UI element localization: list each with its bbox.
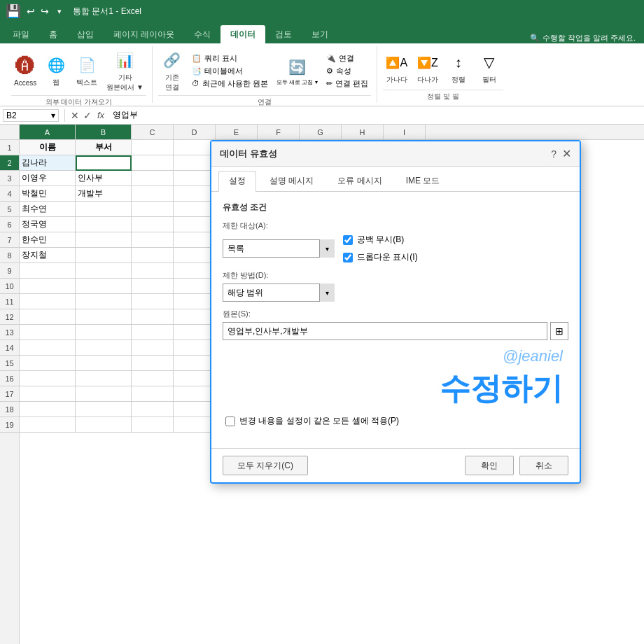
ignore-blank-checkbox[interactable]: [343, 235, 353, 245]
col-header-d[interactable]: D: [174, 125, 216, 139]
col-header-a[interactable]: A: [20, 125, 76, 139]
cell-c2[interactable]: [132, 155, 174, 171]
cell-a1[interactable]: 이름: [20, 140, 76, 155]
cell-b3[interactable]: 인사부: [76, 171, 132, 186]
dialog-tab-error-message[interactable]: 오류 메시지: [327, 171, 392, 191]
cell-d1[interactable]: [174, 140, 216, 155]
cell-a5[interactable]: 최수연: [20, 202, 76, 217]
redo-button[interactable]: ↪: [41, 6, 49, 17]
tab-insert[interactable]: 삽입: [67, 25, 104, 43]
recent-source-button[interactable]: ⏱ 최근에 사용한 원본: [189, 78, 271, 90]
limit-method-select[interactable]: 해당 범위: [223, 284, 335, 302]
cell-c6[interactable]: [132, 217, 174, 232]
cell-d5[interactable]: [174, 202, 216, 217]
row-num-7: 7: [0, 232, 19, 248]
col-header-g[interactable]: G: [300, 125, 342, 139]
dialog-close-icon[interactable]: ✕: [562, 147, 571, 160]
apply-all-checkbox[interactable]: [225, 416, 235, 426]
sort-za-button[interactable]: 🔽Z 다나가: [414, 50, 442, 86]
cell-a2[interactable]: 김나라: [20, 155, 76, 171]
query-display-button[interactable]: 📋 쿼리 표시: [189, 52, 271, 64]
dialog-question-icon[interactable]: ?: [551, 148, 556, 160]
cell-c5[interactable]: [132, 202, 174, 217]
row-num-17: 17: [0, 386, 19, 402]
dialog-tab-settings[interactable]: 설정: [218, 171, 256, 192]
tab-data[interactable]: 데이터: [220, 25, 265, 43]
cell-b1[interactable]: 부서: [76, 140, 132, 155]
col-header-h[interactable]: H: [342, 125, 384, 139]
cell-a6[interactable]: 정국영: [20, 217, 76, 232]
tab-formula[interactable]: 수식: [184, 25, 220, 43]
dialog-tab-ime[interactable]: IME 모드: [396, 171, 451, 191]
cell-b9[interactable]: [76, 263, 132, 279]
cell-d7[interactable]: [174, 232, 216, 248]
cell-d8[interactable]: [174, 248, 216, 263]
source-input[interactable]: [223, 322, 547, 340]
cell-c1[interactable]: [132, 140, 174, 155]
cell-b2[interactable]: [76, 155, 132, 171]
col-header-b[interactable]: B: [76, 125, 132, 139]
refresh-all-button[interactable]: 🔄 모두 새로 고침 ▾: [274, 55, 321, 88]
cell-a8[interactable]: 장지철: [20, 248, 76, 263]
tab-review[interactable]: 검토: [265, 25, 302, 43]
text-button[interactable]: 📄 텍스트: [73, 52, 101, 89]
properties-button[interactable]: ⚙ 속성: [323, 65, 371, 77]
cell-d9[interactable]: [174, 263, 216, 279]
filter-button[interactable]: ▽ 필터: [475, 50, 503, 86]
access-button[interactable]: 🅐 Access: [11, 54, 39, 88]
cell-c7[interactable]: [132, 232, 174, 248]
cell-d6[interactable]: [174, 217, 216, 232]
cell-b5[interactable]: [76, 202, 132, 217]
formula-input[interactable]: [110, 111, 641, 120]
cell-c4[interactable]: [132, 186, 174, 202]
cell-b4[interactable]: 개발부: [76, 186, 132, 202]
sort-az-button[interactable]: 🔼A 가나다: [383, 50, 411, 86]
cell-a3[interactable]: 이영우: [20, 171, 76, 186]
col-header-e[interactable]: E: [216, 125, 258, 139]
cell-c9[interactable]: [132, 263, 174, 279]
confirm-formula-icon[interactable]: ✓: [83, 110, 92, 121]
col-header-f[interactable]: F: [258, 125, 300, 139]
cancel-formula-icon[interactable]: ✕: [71, 110, 79, 121]
cell-b7[interactable]: [76, 232, 132, 248]
sort-button[interactable]: ↕ 정렬: [444, 50, 472, 86]
tab-home[interactable]: 홈: [39, 25, 67, 43]
col-header-c[interactable]: C: [132, 125, 174, 139]
cell-d2[interactable]: [174, 155, 216, 171]
search-bar[interactable]: 🔍 수행할 작업을 알려 주세요.: [524, 33, 641, 43]
cell-c8[interactable]: [132, 248, 174, 263]
cancel-button[interactable]: 취소: [519, 456, 568, 475]
clear-all-button[interactable]: 모두 지우기(C): [223, 456, 308, 475]
limit-method-label: 제한 방법(D):: [223, 270, 568, 281]
sort-az-icon: 🔼A: [386, 51, 408, 74]
cell-b6[interactable]: [76, 217, 132, 232]
tab-file[interactable]: 파일: [3, 25, 39, 43]
cell-reference[interactable]: B2 ▾: [3, 109, 59, 122]
cell-d4[interactable]: [174, 186, 216, 202]
cell-d3[interactable]: [174, 171, 216, 186]
edit-links-button[interactable]: ✏ 연결 편집: [323, 78, 371, 90]
row-num-2[interactable]: 2: [0, 155, 19, 171]
web-button[interactable]: 🌐 웹: [42, 52, 70, 89]
from-table-icon: 📑: [192, 66, 202, 76]
cell-a4[interactable]: 박철민: [20, 186, 76, 202]
cell-a9[interactable]: [20, 263, 76, 279]
tab-page-layout[interactable]: 페이지 레이아웃: [104, 25, 184, 43]
col-header-i[interactable]: I: [384, 125, 426, 139]
limit-target-select[interactable]: 목록: [223, 239, 335, 258]
cell-b8[interactable]: [76, 248, 132, 263]
dialog-tab-input-message[interactable]: 설명 메시지: [259, 171, 324, 191]
undo-button[interactable]: ↩: [27, 6, 35, 17]
cell-a7[interactable]: 한수민: [20, 232, 76, 248]
source-range-button[interactable]: ⊞: [550, 322, 568, 340]
dropdown-display-checkbox[interactable]: [343, 253, 353, 262]
connection-icon: 🔌: [326, 54, 336, 63]
web-label: 웹: [52, 78, 59, 88]
from-table-button[interactable]: 📑 테이블에서: [189, 65, 271, 77]
existing-connections-button[interactable]: 🔗 기존 연결: [158, 48, 186, 94]
connection-button[interactable]: 🔌 연결: [323, 52, 371, 64]
other-sources-button[interactable]: 📊 기타 원본에서 ▼: [104, 48, 146, 94]
tab-view[interactable]: 보기: [302, 25, 338, 43]
ok-button[interactable]: 확인: [465, 456, 514, 475]
cell-c3[interactable]: [132, 171, 174, 186]
